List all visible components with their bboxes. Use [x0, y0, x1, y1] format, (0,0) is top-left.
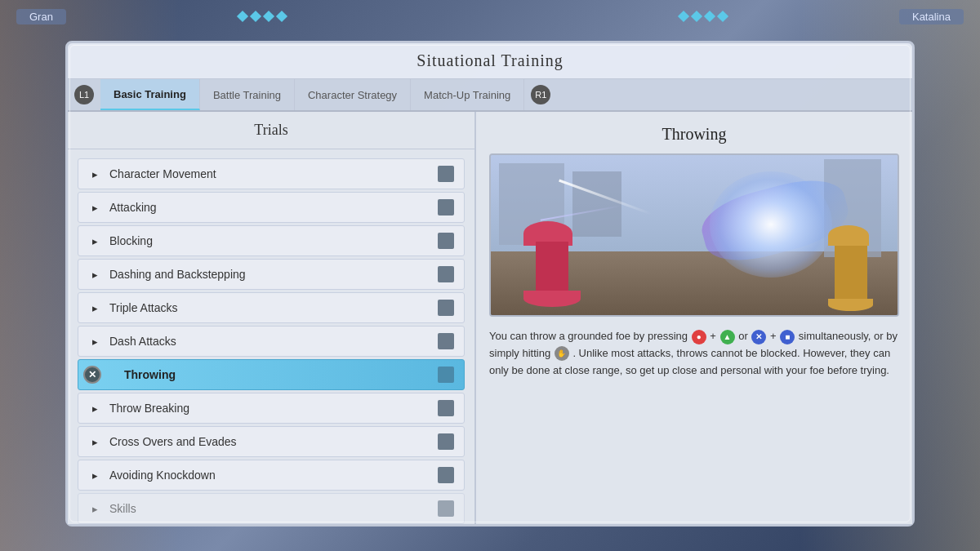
hand-button-icon: ✋: [555, 346, 569, 361]
trial-item-cross-overs[interactable]: ▸ Cross Overs and Evades: [78, 426, 465, 457]
trial-item-dash-attacks[interactable]: ▸ Dash Attacks: [78, 326, 465, 357]
diamond-5: [678, 11, 689, 22]
top-bar: Gran Katalina: [0, 0, 980, 33]
trial-bullet-1: ▸: [88, 167, 101, 180]
trial-status-6: [438, 333, 454, 349]
square-button-icon: ■: [780, 330, 795, 344]
trial-bullet-5: ▸: [88, 301, 101, 314]
tab-bar: L1 Basic Training Battle Training Charac…: [68, 79, 912, 112]
tab-matchup-training[interactable]: Match-Up Training: [411, 79, 524, 110]
trial-label-blocking: Blocking: [109, 234, 153, 247]
tab-battle-training[interactable]: Battle Training: [200, 79, 295, 110]
lb-button[interactable]: L1: [74, 85, 94, 104]
diamond-4: [276, 11, 287, 22]
trial-item-character-movement[interactable]: ▸ Character Movement: [78, 158, 465, 189]
diamond-6: [691, 11, 702, 22]
trial-item-avoiding-knockdown[interactable]: ▸ Avoiding Knockdown: [78, 460, 465, 491]
main-container: Situational Training L1 Basic Training B…: [65, 41, 915, 527]
trial-status-9: [438, 433, 454, 450]
trial-status-11: [438, 500, 454, 517]
trials-title: Trials: [68, 112, 474, 149]
tab-character-strategy[interactable]: Character Strategy: [295, 79, 411, 110]
trial-bullet-3: ▸: [88, 234, 101, 247]
trial-item-throw-breaking[interactable]: ▸ Throw Breaking: [78, 393, 465, 424]
diamond-1: [237, 11, 248, 22]
trial-label-cross-overs: Cross Overs and Evades: [109, 435, 237, 448]
cross-button-icon: ✕: [751, 330, 766, 344]
trial-status-5: [438, 300, 454, 316]
diamond-7: [704, 11, 715, 22]
left-diamonds: [238, 12, 286, 20]
char-name-left: Gran: [16, 9, 66, 24]
trial-item-attacking[interactable]: ▸ Attacking: [78, 192, 465, 223]
trial-bullet-8: ▸: [88, 402, 101, 415]
trial-bullet-4: ▸: [88, 268, 101, 281]
trial-status-7: [438, 367, 454, 383]
trial-status-1: [438, 166, 454, 182]
trial-label-triple-attacks: Triple Attacks: [109, 301, 178, 314]
trial-label-dash-attacks: Dash Attacks: [109, 335, 176, 348]
tab-basic-training[interactable]: Basic Training: [100, 79, 200, 110]
trial-label-attacking: Attacking: [109, 201, 157, 214]
trial-label-throw-breaking: Throw Breaking: [109, 402, 189, 415]
battle-screenshot: [489, 153, 899, 317]
active-indicator: ✕: [83, 366, 101, 384]
desc-or: or: [738, 330, 751, 342]
trial-label-skills: Skills: [109, 502, 136, 515]
trial-status-8: [438, 400, 454, 416]
trial-item-dashing[interactable]: ▸ Dashing and Backstepping: [78, 259, 465, 290]
trial-label-throwing: Throwing: [108, 368, 176, 381]
rb-button[interactable]: R1: [531, 85, 550, 104]
right-panel: Throwing: [476, 112, 912, 524]
trials-list[interactable]: ▸ Character Movement ▸ Attacking ▸ Block…: [68, 149, 474, 524]
trial-item-skills[interactable]: ▸ Skills: [78, 493, 465, 524]
trial-item-blocking[interactable]: ▸ Blocking: [78, 225, 465, 256]
trial-item-throwing[interactable]: ✕ Throwing: [78, 359, 465, 390]
trial-status-3: [438, 233, 454, 249]
trial-status-2: [438, 199, 454, 216]
desc-part1: You can throw a grounded foe by pressing: [489, 330, 688, 342]
trial-label-dashing: Dashing and Backstepping: [109, 268, 246, 281]
trial-item-triple-attacks[interactable]: ▸ Triple Attacks: [78, 292, 465, 323]
content-area: Trials ▸ Character Movement ▸ Attacking …: [68, 112, 912, 524]
trial-label-avoiding-knockdown: Avoiding Knockdown: [109, 469, 216, 482]
trial-bullet-2: ▸: [88, 201, 101, 214]
trial-label-character-movement: Character Movement: [109, 167, 216, 180]
left-panel: Trials ▸ Character Movement ▸ Attacking …: [68, 112, 476, 524]
diamond-8: [717, 11, 728, 22]
triangle-button-icon: ▲: [720, 330, 735, 344]
desc-plus2: +: [770, 330, 777, 342]
trial-bullet-6: ▸: [88, 335, 101, 348]
window-title: Situational Training: [68, 43, 912, 79]
right-panel-title: Throwing: [489, 125, 899, 144]
trial-bullet-11: ▸: [88, 502, 101, 515]
right-diamonds: [679, 12, 727, 20]
circle-button-icon: ●: [692, 330, 706, 344]
trial-status-10: [438, 467, 454, 483]
diamond-3: [263, 11, 274, 22]
trial-status-4: [438, 266, 454, 282]
diamond-2: [250, 11, 261, 22]
right-panel-description: You can throw a grounded foe by pressing…: [489, 328, 899, 379]
trial-bullet-9: ▸: [88, 435, 101, 448]
trial-bullet-10: ▸: [88, 469, 101, 482]
desc-plus1: +: [710, 330, 716, 342]
char-name-right: Katalina: [899, 9, 964, 24]
